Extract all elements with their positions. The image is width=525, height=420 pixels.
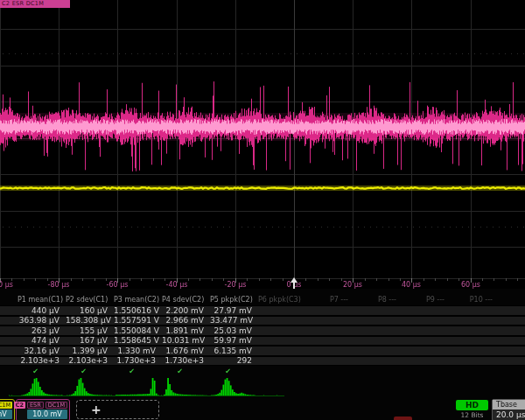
c2-coupling-badge: DC1M bbox=[46, 402, 67, 409]
bit-depth-label: 12 Bits bbox=[456, 411, 488, 419]
time-tick-label: 60 µs bbox=[461, 281, 480, 289]
timebase-title: Tbase bbox=[493, 400, 525, 410]
c2-label: C2 bbox=[14, 402, 25, 409]
measurement-histicons bbox=[0, 375, 525, 398]
stat-cell-r6-p1: 2.103e+3 bbox=[18, 356, 66, 365]
stat-cell-r2-p2: 158.308 µV bbox=[66, 316, 114, 325]
param-header-p9[interactable]: P9 --- bbox=[402, 296, 451, 304]
stat-cell-r6-p5: 292 bbox=[210, 356, 258, 365]
stat-cell-r1-p3: 1.550616 V bbox=[114, 306, 162, 315]
stat-cell-r4-p3: 1.558645 V bbox=[114, 336, 162, 345]
measure-table: P1 mean(C1)P2 sdev(C1)P3 mean(C2)P4 sdev… bbox=[0, 294, 525, 376]
plus-icon: + bbox=[91, 402, 102, 416]
param-header-p6[interactable]: P6 pkpk(C3) bbox=[258, 296, 306, 304]
stat-cell-r6-p3: 1.730e+3 bbox=[114, 356, 162, 365]
stat-cell-r2-p5: 33.477 mV bbox=[210, 316, 258, 325]
status-check-p2: ✔ bbox=[66, 368, 114, 375]
stat-cell-r1-p4: 2.200 mV bbox=[162, 306, 210, 315]
stat-cell-r6-p2: 2.103e+3 bbox=[66, 356, 114, 365]
c1-scale-value[interactable]: 10.0 mV bbox=[0, 410, 12, 419]
param-header-p10[interactable]: P10 --- bbox=[451, 296, 499, 304]
trigger-position-marker-stem bbox=[293, 283, 295, 289]
c1-coupling-badge: DC1M bbox=[0, 402, 12, 409]
stat-cell-r4-p1: 474 µV bbox=[18, 336, 66, 345]
param-header-p8[interactable]: P8 --- bbox=[354, 296, 402, 304]
stat-cell-r4-p2: 167 µV bbox=[66, 336, 114, 345]
stat-cell-r1-p5: 27.97 mV bbox=[210, 306, 258, 315]
status-check-p4: ✔ bbox=[162, 368, 210, 375]
timebase-value: 20.0 µs bbox=[493, 410, 525, 420]
param-header-p4[interactable]: P4 sdev(C2) bbox=[162, 296, 210, 304]
param-header-p5[interactable]: P5 pkpk(C2) bbox=[210, 296, 258, 304]
c2-esr-badge: ESR bbox=[27, 402, 44, 409]
add-trace-button[interactable]: + bbox=[76, 400, 159, 419]
stat-cell-r3-p3: 1.550084 V bbox=[114, 326, 162, 335]
c2-scale-value[interactable]: 10.0 mV bbox=[27, 410, 67, 419]
time-axis: -100 µs-80 µs-60 µs-40 µs-20 µs0 µs20 µs… bbox=[0, 279, 525, 291]
time-tick-label: -20 µs bbox=[225, 281, 247, 289]
time-tick-label: -100 µs bbox=[0, 281, 13, 289]
timebase-descriptor[interactable]: Tbase 20.0 µs bbox=[492, 399, 525, 420]
stat-cell-r5-p5: 6.135 mV bbox=[210, 346, 258, 355]
status-check-p3: ✔ bbox=[114, 368, 162, 375]
stat-cell-r4-p5: 59.97 mV bbox=[210, 336, 258, 345]
stat-cell-r2-p3: 1.557591 V bbox=[114, 316, 162, 325]
stat-cell-r3-p2: 155 µV bbox=[66, 326, 114, 335]
stat-cell-r5-p4: 1.676 mV bbox=[162, 346, 210, 355]
param-header-p2[interactable]: P2 sdev(C1) bbox=[66, 296, 114, 304]
stat-cell-r1-p2: 160 µV bbox=[66, 306, 114, 315]
time-tick-label: 20 µs bbox=[343, 281, 362, 289]
time-tick-label: 40 µs bbox=[402, 281, 421, 289]
channel-c1-descriptor[interactable]: C1 DC1M 10.0 mV bbox=[0, 399, 15, 420]
time-tick-label: -60 µs bbox=[107, 281, 129, 289]
param-header-p7[interactable]: P7 --- bbox=[306, 296, 354, 304]
stat-cell-r6-p4: 1.730e+3 bbox=[162, 356, 210, 365]
stat-cell-r3-p1: 263 µV bbox=[18, 326, 66, 335]
stat-cell-r1-p1: 440 µV bbox=[18, 306, 66, 315]
stat-cell-r2-p4: 2.966 mV bbox=[162, 316, 210, 325]
oscilloscope-screen: C2 ESR DC1M -100 µs-80 µs-60 µs-40 µs-20… bbox=[0, 0, 525, 420]
param-header-p3[interactable]: P3 mean(C2) bbox=[114, 296, 162, 304]
time-tick-label: -40 µs bbox=[166, 281, 188, 289]
time-tick-label: -80 µs bbox=[48, 281, 70, 289]
param-header-p1[interactable]: P1 mean(C1) bbox=[18, 296, 66, 304]
stat-cell-r5-p1: 32.16 µV bbox=[18, 346, 66, 355]
stat-cell-r2-p1: 363.98 µV bbox=[18, 316, 66, 325]
status-check-p1: ✔ bbox=[18, 368, 66, 375]
channel-c2-descriptor[interactable]: C2 ESR DC1M 10.0 mV bbox=[16, 399, 70, 420]
stat-cell-r4-p4: 10.031 mV bbox=[162, 336, 210, 345]
trace-annotation: C2 ESR DC1M bbox=[0, 0, 70, 8]
stat-cell-r5-p2: 1.399 µV bbox=[66, 346, 114, 355]
stat-cell-r3-p4: 1.891 mV bbox=[162, 326, 210, 335]
status-check-p5: ✔ bbox=[210, 368, 258, 375]
trigger-descriptor-partial[interactable] bbox=[394, 416, 412, 420]
hd-mode-badge[interactable]: HD bbox=[456, 400, 488, 410]
stat-cell-r5-p3: 1.330 mV bbox=[114, 346, 162, 355]
waveform-display bbox=[0, 0, 525, 289]
stat-cell-r3-p5: 25.03 mV bbox=[210, 326, 258, 335]
